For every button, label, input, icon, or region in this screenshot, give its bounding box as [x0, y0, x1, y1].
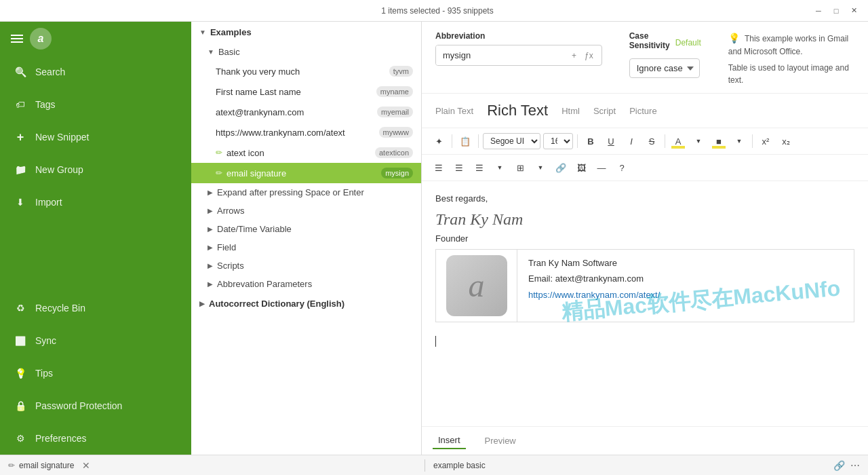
abbreviation-section: Abbreviation + ƒx: [435, 31, 602, 66]
sidebar-label-new-group: New Group: [35, 164, 83, 175]
tips-icon: [14, 366, 27, 380]
tab-script[interactable]: Script: [593, 103, 616, 119]
chevron-right-icon: [208, 207, 213, 214]
sidebar-item-recycle-bin[interactable]: Recycle Bin: [0, 292, 191, 324]
status-snippet-info: ✏ email signature ✕: [8, 460, 416, 471]
sparkle-button[interactable]: ✦: [430, 132, 448, 150]
tab-rich-text[interactable]: Rich Text: [487, 99, 548, 122]
list-item[interactable]: ✏ atext icon atexticon: [191, 142, 421, 163]
sidebar-item-preferences[interactable]: Preferences: [0, 422, 191, 455]
italic-button[interactable]: I: [623, 132, 640, 150]
superscript-button[interactable]: x²: [757, 132, 774, 150]
list-number-button[interactable]: ☰: [450, 159, 468, 176]
list-item[interactable]: Thank you very much tyvm: [191, 61, 421, 81]
bold-button[interactable]: B: [582, 132, 599, 150]
group-examples-header[interactable]: Examples: [191, 22, 421, 43]
group-field-header[interactable]: Field: [191, 238, 421, 256]
tab-picture[interactable]: Picture: [629, 103, 656, 119]
help-button[interactable]: ?: [613, 159, 631, 176]
recycle-bin-icon: [14, 301, 27, 315]
status-icons-right: 🔗 ⋯: [833, 460, 860, 471]
font-family-select[interactable]: Segoe UI: [483, 133, 540, 149]
case-label-row: Case Sensitivity Default: [629, 31, 701, 54]
chevron-right-icon: [208, 244, 213, 251]
website-link[interactable]: https://www.trankynam.com/atext/: [528, 290, 660, 300]
chevron-down-icon: [199, 28, 206, 36]
status-bar: ✏ email signature ✕ example basic 🔗 ⋯: [0, 455, 868, 475]
highlight-chevron[interactable]: ▼: [730, 132, 748, 150]
status-share-icon[interactable]: 🔗: [833, 460, 845, 471]
minimize-button[interactable]: ─: [812, 5, 825, 17]
clipboard-button[interactable]: 📋: [456, 132, 474, 150]
list-item[interactable]: atext@trankynam.com myemail: [191, 102, 421, 122]
group-abbrev-params-label: Abbrevation Parameters: [217, 279, 312, 289]
text-cursor: [435, 336, 436, 347]
font-color-chevron[interactable]: ▼: [690, 132, 707, 150]
sidebar-item-new-snippet[interactable]: New Snippet: [0, 121, 191, 153]
hint-text: This example works in Gmail and Microsof…: [728, 34, 849, 56]
detail-panel: Abbreviation + ƒx Case Sensitivity Defau…: [422, 22, 868, 455]
close-button[interactable]: ✕: [848, 5, 860, 17]
group-scripts-header[interactable]: Scripts: [191, 256, 421, 275]
align-chevron[interactable]: ▼: [491, 159, 509, 176]
list-item[interactable]: https://www.trankynam.com/atext mywww: [191, 122, 421, 142]
list-item[interactable]: First name Last name myname: [191, 81, 421, 102]
image-button[interactable]: 🖼: [572, 159, 590, 176]
group-basic-header[interactable]: Basic: [191, 43, 421, 61]
group-examples-label: Examples: [210, 27, 252, 37]
tab-insert[interactable]: Insert: [433, 432, 466, 449]
font-color-button[interactable]: A: [669, 132, 687, 150]
subscript-button[interactable]: x₂: [777, 132, 795, 150]
group-datetime-header[interactable]: Date/Time Variable: [191, 220, 421, 238]
sidebar-item-search[interactable]: Search: [0, 56, 191, 88]
group-examples: Examples Basic Thank you very much tyvm: [191, 22, 421, 293]
strikethrough-button[interactable]: S: [643, 132, 660, 150]
sidebar-item-sync[interactable]: Sync: [0, 324, 191, 357]
group-abbrev-params-header[interactable]: Abbrevation Parameters: [191, 275, 421, 293]
snippet-name: atext icon: [226, 148, 264, 158]
hrule-button[interactable]: —: [593, 159, 610, 176]
sidebar-item-tags[interactable]: Tags: [0, 88, 191, 121]
fx-button[interactable]: ƒx: [582, 50, 596, 62]
sig-info-cell: Tran Ky Nam Software Email: atext@tranky…: [517, 249, 854, 322]
sidebar-item-tips[interactable]: Tips: [0, 357, 191, 390]
underline-button[interactable]: U: [602, 132, 620, 150]
case-sensitivity-select[interactable]: Ignore case Match case Adaptive: [629, 58, 700, 78]
sidebar-item-new-group[interactable]: New Group: [0, 153, 191, 186]
editor-content[interactable]: 精品Mac软件尽在MacKuNfo Best regards, Tran Ky …: [422, 181, 868, 426]
font-size-select[interactable]: 16: [543, 133, 573, 149]
tags-icon: [14, 98, 27, 111]
signature-table: a Tran Ky Nam Software Email: atext@tran…: [435, 249, 854, 322]
group-autocorrect-header[interactable]: Autocorrect Dictionary (English): [191, 293, 421, 314]
sidebar-item-password-protection[interactable]: Password Protection: [0, 390, 191, 422]
hint-section: 💡 This example works in Gmail and Micros…: [728, 31, 854, 86]
status-group-label: example basic: [433, 461, 486, 470]
snippet-item-left: Thank you very much: [216, 66, 300, 77]
tab-plain-text[interactable]: Plain Text: [435, 103, 473, 119]
list-item-active[interactable]: ✏ email signature mysign: [191, 163, 421, 183]
tab-preview[interactable]: Preview: [479, 433, 521, 449]
case-sensitivity-section: Case Sensitivity Default Ignore case Mat…: [629, 31, 701, 78]
pencil-icon: ✏: [216, 148, 222, 157]
status-close-button[interactable]: ✕: [82, 460, 90, 471]
tab-html[interactable]: Html: [561, 103, 580, 119]
highlight-button[interactable]: ■: [710, 132, 728, 150]
list-bullet-button[interactable]: ☰: [430, 159, 448, 176]
group-autocorrect: Autocorrect Dictionary (English): [191, 293, 421, 314]
abbreviation-input[interactable]: [436, 45, 564, 65]
snippet-item-left: ✏ atext icon: [216, 148, 264, 158]
hamburger-menu[interactable]: [11, 35, 23, 43]
group-arrows-header[interactable]: Arrows: [191, 202, 421, 220]
table-button[interactable]: ⊞: [511, 159, 529, 176]
add-abbr-button[interactable]: +: [569, 50, 579, 62]
chevron-right-icon: [208, 225, 213, 233]
link-button[interactable]: 🔗: [552, 159, 570, 176]
maximize-button[interactable]: □: [830, 5, 842, 17]
status-more-icon[interactable]: ⋯: [850, 460, 860, 471]
group-expand-header[interactable]: Expand after pressing Space or Enter: [191, 183, 421, 202]
sidebar-item-import[interactable]: Import: [0, 186, 191, 218]
sig-logo: a: [446, 255, 507, 316]
align-button[interactable]: ☰: [471, 159, 488, 176]
group-autocorrect-label: Autocorrect Dictionary (English): [209, 299, 344, 309]
table-chevron[interactable]: ▼: [532, 159, 549, 176]
